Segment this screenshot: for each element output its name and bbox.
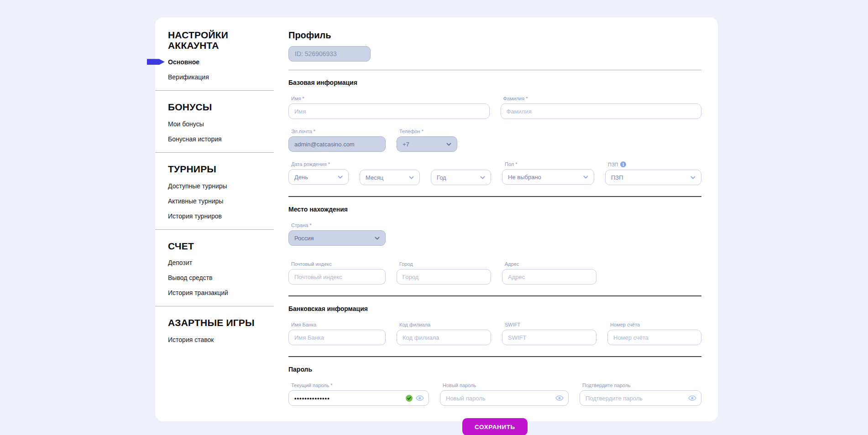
sidebar-item-bet-history[interactable]: История ставок [168,336,275,343]
sidebar-divider [155,229,274,230]
chevron-down-icon [446,143,451,146]
field-address: Адрес [502,261,596,285]
field-account-number: Номер счёта [607,322,701,345]
city-label: Город [399,261,491,267]
eye-icon[interactable] [688,395,696,401]
info-icon[interactable]: i [620,161,626,167]
first-name-input[interactable] [288,104,490,119]
swift-label: SWIFT [505,322,596,327]
phone-code-select[interactable]: +7 [397,136,457,152]
bank-name-label: Имя Банка [291,322,386,327]
phone-label: Телефон * [399,129,457,134]
country-select[interactable]: Россия [288,230,386,246]
eye-icon[interactable] [416,395,424,401]
chevron-down-icon [690,176,695,179]
chevron-down-icon [338,176,343,179]
birth-year-select[interactable]: Год [431,170,491,185]
sidebar-item-active-tournaments[interactable]: Активные турниры [168,197,275,205]
field-last-name: Фамилия * [501,96,702,119]
user-id-chip: ID: 526906933 [288,46,371,62]
sidebar-item-tournament-history[interactable]: История турниров [168,212,275,220]
birth-month-value: Месяц [366,174,383,181]
sidebar-item-label: История ставок [168,336,214,343]
branch-code-label: Код филиала [399,322,491,327]
field-phone: Телефон * +7 [397,129,457,152]
sidebar-item-bonus-history[interactable]: Бонусная история [168,135,275,143]
birth-day-value: День [294,174,308,181]
sidebar-item-my-bonuses[interactable]: Мои бонусы [168,120,275,128]
email-field[interactable] [288,136,386,152]
field-first-name: Имя * [288,96,490,119]
sidebar-item-label: Доступные турниры [168,182,227,190]
sidebar-item-withdrawal[interactable]: Вывод средств [168,274,275,281]
sidebar-item-label: Верификация [168,73,209,81]
sidebar-item-label: Бонусная история [168,135,222,143]
sidebar-item-verification[interactable]: Верификация [168,73,275,81]
gender-label: Пол * [505,161,594,167]
swift-input[interactable] [502,330,596,345]
field-pzp: ПЗП i ПЗП [605,161,701,185]
active-arrow-icon [147,59,165,65]
country-label: Страна * [291,223,386,228]
sidebar-item-deposit[interactable]: Депозит [168,259,275,266]
divider [288,70,701,70]
country-value: Россия [294,235,314,242]
chevron-down-icon [583,176,588,179]
branch-code-input[interactable] [397,330,491,345]
field-new-password: Новый пароль [440,383,569,406]
section-title-basic: Базовая информация [288,79,701,86]
postal-code-input[interactable] [288,269,386,285]
first-name-label: Имя * [291,96,490,101]
phone-code-value: +7 [403,141,409,148]
pzp-label-text: ПЗП [608,162,618,167]
last-name-input[interactable] [501,104,702,119]
sidebar-section-title-tournaments: ТУРНИРЫ [168,164,275,175]
chevron-down-icon [375,237,380,240]
page-title: Профиль [288,30,701,41]
sidebar-item-label: Основное [168,58,199,66]
field-birth-month: Месяц [360,161,420,185]
eye-icon[interactable] [555,395,564,401]
sidebar-item-label: Вывод средств [168,274,213,281]
city-input[interactable] [397,269,491,285]
sidebar-item-label: История транзакций [168,289,228,296]
sidebar-item-label: История турниров [168,212,222,220]
sidebar-item-transaction-history[interactable]: История транзакций [168,289,275,296]
field-branch-code: Код филиала [397,322,491,345]
sidebar-section-title-account-money: СЧЕТ [168,241,275,252]
field-city: Город [397,261,491,285]
field-birth-year: Год [431,161,491,185]
last-name-label: Фамилия * [503,96,702,101]
email-label: Эл.почта * [291,129,386,134]
section-title-password: Пароль [288,366,701,373]
sidebar-item-main[interactable]: Основное [168,58,275,66]
account-number-label: Номер счёта [610,322,701,327]
sidebar-section-title-bonuses: БОНУСЫ [168,102,275,113]
pzp-select[interactable]: ПЗП [605,170,701,185]
pzp-label: ПЗП i [608,161,701,167]
sidebar-item-label: Депозит [168,259,192,266]
confirm-password-input[interactable] [580,390,701,406]
svg-text:i: i [622,162,624,167]
field-bank-name: Имя Банка [288,322,386,345]
address-input[interactable] [502,269,596,285]
sidebar-section-title-account: НАСТРОЙКИ АККАУНТА [168,30,275,51]
field-postal-code: Почтовый индекс [288,261,386,285]
field-current-password: Текущий пароль * [288,383,429,406]
field-birth-day: Дата рождения * День [288,161,349,185]
sidebar: НАСТРОЙКИ АККАУНТА Основное Верификация … [155,17,288,421]
settings-card: НАСТРОЙКИ АККАУНТА Основное Верификация … [155,17,718,421]
account-number-input[interactable] [607,330,701,345]
birth-month-select[interactable]: Месяц [360,170,420,185]
birth-day-select[interactable]: День [288,169,349,185]
save-button[interactable]: СОХРАНИТЬ [462,418,528,435]
sidebar-item-available-tournaments[interactable]: Доступные турниры [168,182,275,190]
section-divider [288,196,701,197]
field-email: Эл.почта * [288,129,386,152]
section-title-bank: Банковская информация [288,305,701,312]
birth-date-label: Дата рождения * [291,161,349,167]
gender-select[interactable]: Не выбрано [502,169,594,185]
sidebar-item-label: Активные турниры [168,197,223,205]
bank-name-input[interactable] [288,330,386,345]
new-password-input[interactable] [440,390,569,406]
